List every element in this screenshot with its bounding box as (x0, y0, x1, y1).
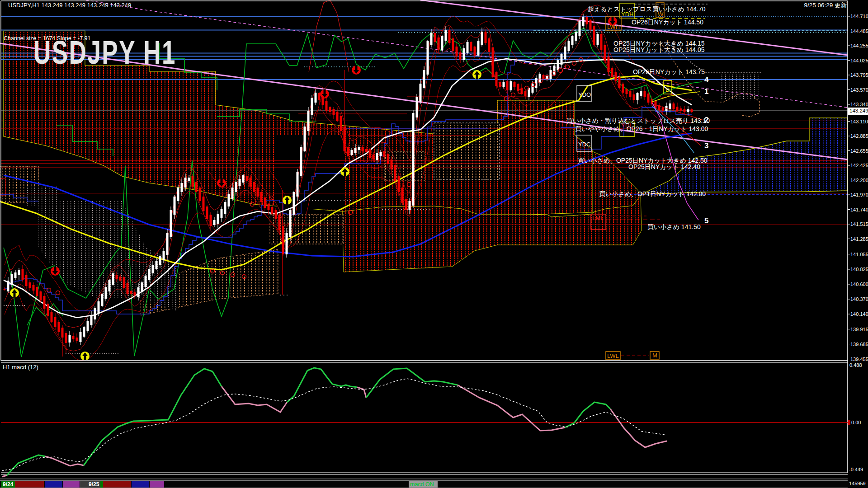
svg-text:140.600: 140.600 (850, 282, 868, 287)
svg-text:LWH: LWH (607, 23, 620, 30)
svg-text:YDO: YDO (578, 91, 591, 98)
svg-text:9/24: 9/24 (3, 481, 14, 488)
svg-text:143.570: 143.570 (850, 87, 868, 93)
svg-text:142.655: 142.655 (850, 148, 868, 154)
svg-text:買い小さめ、OP1日NYカット 142.00: 買い小さめ、OP1日NYカット 142.00 (599, 190, 706, 197)
svg-text:USDJPY,H1 143.249 143.249 143: USDJPY,H1 143.249 143.249 143.249 143.24… (8, 2, 131, 9)
svg-text:143.795: 143.795 (850, 72, 868, 78)
svg-text:143.110: 143.110 (850, 119, 868, 124)
svg-text:macd ON: macd ON (410, 481, 434, 488)
svg-text:139.685: 139.685 (850, 342, 868, 347)
svg-text:-0.449: -0.449 (849, 467, 863, 472)
svg-text:M: M (652, 352, 657, 359)
svg-text:143.340: 143.340 (850, 102, 868, 107)
svg-text:139.915: 139.915 (850, 327, 868, 332)
svg-text:買いやや小さめ、OP26・1日NYカット 143.00: 買いやや小さめ、OP26・1日NYカット 143.00 (575, 125, 708, 132)
svg-text:買い小さめ 141.50: 買い小さめ 141.50 (647, 223, 701, 230)
svg-text:LWL: LWL (607, 352, 619, 359)
svg-text:145959: 145959 (849, 481, 866, 486)
svg-text:D: D (665, 86, 670, 93)
svg-text:3: 3 (704, 141, 708, 150)
svg-text:YDC: YDC (578, 141, 590, 148)
svg-text:140.140: 140.140 (850, 311, 868, 317)
svg-text:144.255: 144.255 (850, 43, 868, 48)
svg-text:1: 1 (704, 87, 708, 96)
svg-text:140.370: 140.370 (850, 296, 868, 302)
svg-text:LML: LML (592, 215, 604, 221)
svg-text:144.485: 144.485 (850, 28, 868, 34)
svg-text:141.285: 141.285 (850, 236, 868, 242)
svg-text:OP26日NYカット 143.75: OP26日NYカット 143.75 (633, 68, 705, 75)
svg-text:140.825: 140.825 (850, 267, 868, 272)
svg-text:OP25日NYカット大きめ 144.05: OP25日NYカット大きめ 144.05 (613, 46, 705, 53)
svg-text:142.200: 142.200 (850, 178, 868, 183)
svg-text:H1 macd (12): H1 macd (12) (3, 364, 38, 371)
svg-text:USDJPY H1: USDJPY H1 (33, 34, 176, 70)
svg-text:9/25: 9/25 (89, 481, 99, 488)
svg-text:4: 4 (704, 75, 709, 84)
svg-text:超えるとストップロス買い小さめ 144.70: 超えるとストップロス買い小さめ 144.70 (588, 5, 706, 13)
svg-text:144.710: 144.710 (850, 14, 868, 19)
svg-text:141.740: 141.740 (850, 207, 868, 212)
svg-text:142.425: 142.425 (850, 163, 868, 168)
svg-text:144.025: 144.025 (850, 58, 868, 63)
svg-text:143.249: 143.249 (849, 108, 868, 113)
svg-text:141.055: 141.055 (850, 252, 868, 257)
svg-text:9/25 06:29 更新: 9/25 06:29 更新 (804, 2, 847, 9)
svg-text:OP25日NYカット 142.40: OP25日NYカット 142.40 (628, 163, 700, 170)
svg-text:買い小さめ・割り込むとストップロス売り 143.10: 買い小さめ・割り込むとストップロス売り 143.10 (566, 117, 710, 124)
svg-text:142.885: 142.885 (850, 133, 868, 139)
svg-text:0.00: 0.00 (851, 420, 861, 425)
svg-text:139.455: 139.455 (850, 357, 868, 362)
svg-text:5: 5 (704, 216, 708, 225)
svg-text:141.515: 141.515 (850, 221, 868, 227)
svg-text:141.970: 141.970 (850, 192, 868, 197)
svg-text:OP26日NYカット 144.50: OP26日NYカット 144.50 (632, 19, 703, 26)
svg-text:0.488: 0.488 (849, 362, 862, 368)
